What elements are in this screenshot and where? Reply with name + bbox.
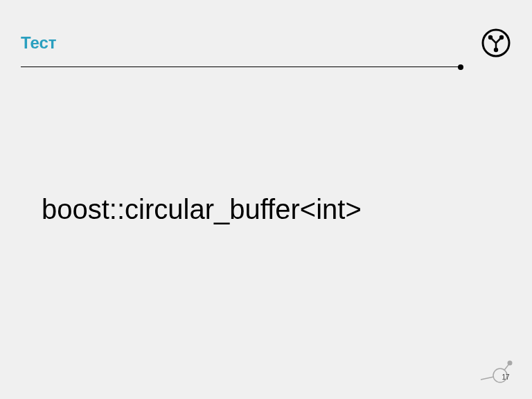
rule-end-dot <box>458 64 463 70</box>
slide-content: boost::circular_buffer<int> <box>42 194 362 225</box>
branch-logo-icon <box>481 28 511 61</box>
slide: Тест boost::circular_buffer<int> 17 <box>0 0 532 399</box>
slide-title: Тест <box>21 33 57 53</box>
page-number: 17 <box>499 373 512 381</box>
horizontal-rule <box>21 66 461 67</box>
svg-point-6 <box>508 361 513 366</box>
